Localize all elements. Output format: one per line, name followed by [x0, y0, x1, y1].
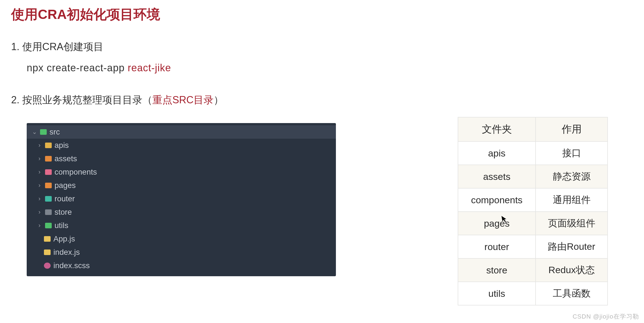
- table-cell-folder: utils: [458, 282, 536, 305]
- table-row: apis 接口: [458, 141, 608, 165]
- tree-item-label: apis: [55, 141, 69, 150]
- table-cell-folder: store: [458, 258, 536, 282]
- table-row: router 路由Router: [458, 235, 608, 258]
- js-file-icon: [44, 236, 51, 242]
- tree-item-components[interactable]: › components: [27, 165, 336, 179]
- table-cell-desc: Redux状态: [536, 258, 608, 282]
- tree-item-label: assets: [55, 154, 77, 163]
- table-cell-folder: pages: [458, 212, 536, 235]
- table-cell-desc: 通用组件: [536, 188, 608, 212]
- tree-file-index-js[interactable]: index.js: [27, 246, 336, 259]
- table-cell-desc: 页面级组件: [536, 212, 608, 235]
- file-tree-panel: ⌄ src › apis › assets › compone: [27, 123, 336, 276]
- folder-icon: [45, 223, 52, 228]
- chevron-right-icon: ›: [37, 142, 42, 149]
- folder-icon: [45, 183, 52, 188]
- section2-prefix: 2. 按照业务规范整理项目目录（: [11, 94, 152, 106]
- section-1: 1. 使用CRA创建项目 npx create-react-app react-…: [11, 40, 633, 74]
- table-row: components 通用组件: [458, 188, 608, 212]
- cra-command: npx create-react-app react-jike: [27, 62, 633, 74]
- scss-file-icon: [44, 263, 51, 269]
- table-cell-folder: assets: [458, 165, 536, 188]
- tree-file-label: index.scss: [53, 261, 90, 270]
- js-file-icon: [44, 249, 51, 255]
- tree-root-row[interactable]: ⌄ src: [27, 125, 336, 139]
- table-cell-desc: 路由Router: [536, 235, 608, 258]
- table-row: pages 页面级组件: [458, 212, 608, 235]
- section2-highlight: 重点SRC目录: [152, 94, 214, 106]
- folder-icon: [45, 143, 52, 148]
- folder-icon: [45, 169, 52, 175]
- section2-heading: 2. 按照业务规范整理项目目录（重点SRC目录）: [11, 93, 633, 107]
- table-cell-desc: 静态资源: [536, 165, 608, 188]
- section2-suffix: ）: [214, 94, 224, 106]
- tree-item-pages[interactable]: › pages: [27, 179, 336, 192]
- tree-file-index-scss[interactable]: index.scss: [27, 259, 336, 272]
- chevron-right-icon: ›: [37, 195, 42, 202]
- watermark: CSDN @jiojio在学习勒: [573, 312, 639, 321]
- folder-purpose-table: 文件夹 作用 apis 接口 assets 静态资源 components 通用…: [458, 117, 608, 305]
- page-title: 使用CRA初始化项目环境: [11, 6, 633, 23]
- tree-item-label: utils: [55, 221, 68, 230]
- tree-item-label: router: [55, 194, 75, 203]
- folder-icon: [45, 209, 52, 215]
- table-cell-folder: router: [458, 235, 536, 258]
- table-row: utils 工具函数: [458, 282, 608, 305]
- command-arg: react-jike: [128, 62, 171, 74]
- tree-item-assets[interactable]: › assets: [27, 152, 336, 165]
- chevron-down-icon: ⌄: [32, 128, 37, 136]
- tree-root-label: src: [49, 128, 60, 136]
- section1-heading: 1. 使用CRA创建项目: [11, 40, 633, 54]
- chevron-right-icon: ›: [37, 168, 42, 176]
- tree-item-router[interactable]: › router: [27, 192, 336, 205]
- tree-file-label: index.js: [53, 248, 80, 257]
- table-cell-desc: 接口: [536, 141, 608, 165]
- tree-item-apis[interactable]: › apis: [27, 139, 336, 152]
- tree-file-app-js[interactable]: App.js: [27, 232, 336, 246]
- tree-item-utils[interactable]: › utils: [27, 219, 336, 232]
- tree-item-label: store: [55, 208, 72, 217]
- chevron-right-icon: ›: [37, 222, 42, 229]
- tree-item-label: pages: [55, 181, 76, 190]
- folder-icon: [45, 196, 52, 202]
- folder-icon: [45, 156, 52, 161]
- chevron-right-icon: ›: [37, 155, 42, 162]
- table-cell-desc: 工具函数: [536, 282, 608, 305]
- folder-icon: [40, 129, 47, 135]
- table-cell-folder: apis: [458, 141, 536, 165]
- table-row: assets 静态资源: [458, 165, 608, 188]
- folder-purpose-table-container: 文件夹 作用 apis 接口 assets 静态资源 components 通用…: [458, 117, 608, 305]
- chevron-right-icon: ›: [37, 182, 42, 189]
- tree-file-label: App.js: [53, 234, 75, 243]
- tree-item-store[interactable]: › store: [27, 205, 336, 219]
- command-prefix: npx create-react-app: [27, 62, 128, 74]
- tree-item-label: components: [55, 168, 97, 177]
- table-header-folder: 文件夹: [458, 117, 536, 141]
- table-cell-folder: components: [458, 188, 536, 212]
- table-header-purpose: 作用: [536, 117, 608, 141]
- chevron-right-icon: ›: [37, 209, 42, 216]
- table-row: store Redux状态: [458, 258, 608, 282]
